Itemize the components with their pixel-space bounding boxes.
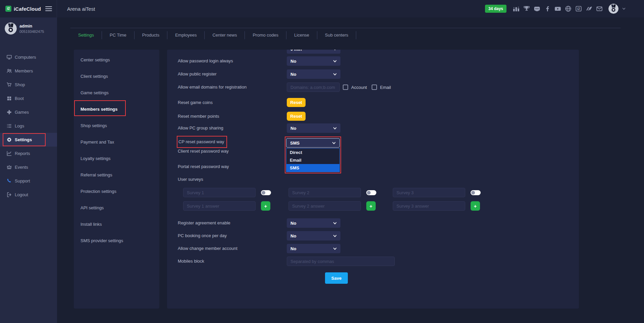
sidebar-item-boot[interactable]: Boot — [0, 92, 57, 105]
sidebar-item-label: Reports — [15, 151, 30, 156]
submenu-sms-provider-settings[interactable]: SMS provider settings — [74, 232, 159, 249]
tab-sub-centers[interactable]: Sub centers — [317, 31, 356, 39]
phone-icon — [6, 178, 12, 184]
icafecloud-site-icon[interactable]: i2 — [575, 5, 582, 12]
survey-3-answer-input[interactable] — [393, 201, 465, 211]
sidebar-item-shop[interactable]: Shop — [0, 78, 57, 92]
trophy-icon[interactable] — [523, 5, 530, 12]
submenu-loyalty-settings[interactable]: Loyalty settings — [74, 150, 159, 167]
sidebar-item-games[interactable]: Games — [0, 105, 57, 119]
submenu-payment-and-tax[interactable]: Payment and Tax — [74, 134, 159, 150]
medal-avatar-icon — [5, 22, 17, 35]
survey-2-answer-input[interactable] — [288, 201, 361, 211]
mobiles-block-input[interactable] — [287, 257, 395, 266]
sidebar-item-events[interactable]: Events — [0, 160, 57, 174]
survey-1-answer-input[interactable] — [183, 201, 256, 211]
dropdown-option-direct[interactable]: Direct — [286, 149, 339, 156]
sidebar-item-reports[interactable]: Reports — [0, 147, 57, 160]
reset-game-coins-button[interactable]: Reset — [287, 98, 306, 107]
field-label: Portal reset password way — [178, 162, 229, 171]
sidebar-item-support[interactable]: Support — [0, 174, 57, 188]
cp-reset-dropdown-menu: Direct Email SMS — [286, 148, 340, 172]
submenu-members-settings[interactable]: Members settings — [74, 101, 159, 117]
email-domains-input[interactable] — [287, 83, 340, 92]
youtube-icon[interactable] — [554, 5, 561, 12]
pc-booking-select[interactable]: No — [287, 231, 340, 240]
survey-2-group: + — [288, 188, 376, 211]
form-row-new-member-offer: New member offer 0 min — [178, 50, 571, 54]
sidebar-item-computers[interactable]: Computers — [0, 50, 57, 64]
survey-3-add-button[interactable]: + — [471, 201, 480, 211]
dropdown-option-sms[interactable]: SMS — [286, 164, 339, 172]
allow-password-login-select[interactable]: No — [287, 56, 340, 66]
submenu-referral-settings[interactable]: Referral settings — [74, 167, 159, 183]
survey-1-input[interactable] — [183, 188, 256, 197]
globe-icon[interactable] — [565, 5, 572, 12]
tab-pc-time[interactable]: PC Time — [102, 31, 135, 39]
chevron-down-icon[interactable] — [622, 7, 626, 10]
chevron-down-icon — [333, 221, 337, 225]
submenu-api-settings[interactable]: API settings — [74, 200, 159, 216]
submenu-game-settings[interactable]: Game settings — [74, 85, 159, 101]
sidebar-item-logout[interactable]: Logout — [0, 188, 57, 202]
submenu-install-links[interactable]: Install links — [74, 216, 159, 232]
field-label: Allow change member account — [178, 244, 237, 253]
field-label: CP reset password way — [178, 137, 224, 147]
gear-icon — [6, 137, 12, 143]
survey-1-toggle[interactable] — [261, 190, 271, 195]
tab-products[interactable]: Products — [135, 31, 167, 39]
sidebar-item-members[interactable]: Members — [0, 64, 57, 78]
survey-2-input[interactable] — [288, 188, 361, 197]
field-label: New member offer — [178, 50, 214, 51]
tab-license[interactable]: License — [286, 31, 317, 39]
allow-public-register-select[interactable]: No — [287, 69, 340, 79]
mail-icon[interactable] — [596, 5, 603, 12]
sidebar-item-label: Members — [15, 68, 33, 73]
user-avatar[interactable] — [608, 4, 619, 14]
tab-employees[interactable]: Employees — [167, 31, 205, 39]
register-agreement-select[interactable]: No — [287, 218, 340, 228]
allow-change-member-select[interactable]: No — [287, 244, 340, 253]
email-checkbox-label: Email — [380, 85, 391, 90]
layers-icon[interactable] — [586, 5, 592, 12]
survey-2-toggle[interactable] — [366, 190, 376, 195]
cp-reset-password-way-select[interactable]: SMS — [286, 138, 340, 148]
allow-pc-group-sharing-select[interactable]: No — [287, 123, 340, 133]
form-row-user-surveys: User surveys — [178, 175, 571, 184]
survey-1-add-button[interactable]: + — [261, 201, 270, 211]
license-days-badge[interactable]: 34 days — [485, 5, 506, 13]
submenu-client-settings[interactable]: Client settings — [74, 68, 159, 85]
new-member-offer-select[interactable]: 0 min — [287, 50, 340, 54]
save-button[interactable]: Save — [325, 272, 348, 284]
chevron-down-icon — [333, 234, 337, 238]
dropdown-option-email[interactable]: Email — [286, 156, 339, 164]
sidebar-user[interactable]: admin 005193482475 — [0, 17, 57, 36]
form-row-reset-member-points: Reset member points Reset — [178, 112, 571, 121]
survey-3-group: + — [393, 188, 481, 211]
account-checkbox[interactable] — [343, 85, 348, 90]
submenu-center-settings[interactable]: Center settings — [74, 52, 159, 68]
tab-settings[interactable]: Settings — [70, 31, 102, 39]
sidebar-item-logs[interactable]: Logs — [0, 119, 57, 133]
survey-2-add-button[interactable]: + — [366, 201, 376, 211]
tab-center-news[interactable]: Center news — [205, 31, 245, 39]
sidebar-item-label: Logs — [15, 123, 24, 128]
survey-3-toggle[interactable] — [471, 190, 481, 195]
chevron-down-icon — [332, 141, 336, 145]
field-label: Client reset password way — [178, 147, 229, 156]
survey-3-input[interactable] — [393, 188, 465, 197]
form-row-allow-change-member: Allow change member account No — [178, 244, 571, 253]
form-row-mobiles-block: Mobiles block — [178, 257, 571, 266]
tab-promo-codes[interactable]: Promo codes — [245, 31, 286, 39]
email-checkbox[interactable] — [372, 85, 377, 90]
discord-icon[interactable] — [534, 5, 540, 12]
submenu-protection-settings[interactable]: Protection settings — [74, 183, 159, 200]
field-label: Mobiles block — [178, 257, 204, 266]
sidebar-item-label: Shop — [15, 82, 25, 87]
submenu-shop-settings[interactable]: Shop settings — [74, 117, 159, 134]
hamburger-menu-icon[interactable] — [45, 6, 52, 11]
facebook-icon[interactable] — [544, 5, 551, 12]
sidebar-item-settings[interactable]: Settings — [0, 133, 57, 147]
leaderboard-icon[interactable] — [513, 5, 520, 12]
reset-member-points-button[interactable]: Reset — [287, 112, 306, 121]
